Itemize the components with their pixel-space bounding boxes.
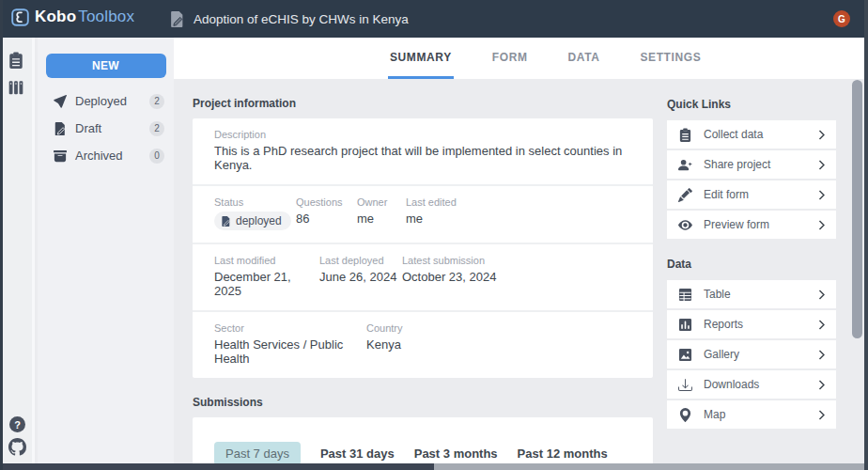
project-title: Adoption of eCHIS by CHWs in Kenya xyxy=(169,0,409,38)
sidebar-item-archived[interactable]: Archived 0 xyxy=(38,142,174,169)
reports-label: Reports xyxy=(704,318,815,331)
preview-form-link[interactable]: Preview form xyxy=(667,211,836,239)
archived-count-badge: 0 xyxy=(149,149,164,164)
edit-form-link[interactable]: Edit form xyxy=(667,180,836,209)
center-column: Project information Description This is … xyxy=(193,79,653,463)
reports-icon xyxy=(678,318,692,332)
projects-icon[interactable] xyxy=(8,52,24,69)
sector-value: Health Services / Public Health xyxy=(214,337,366,366)
country-field: Country Kenya xyxy=(366,322,403,366)
questions-field: Questions 86 xyxy=(296,196,357,230)
gallery-link[interactable]: Gallery xyxy=(667,340,836,368)
sector-country-row: Sector Health Services / Public Health C… xyxy=(193,310,653,378)
sector-label: Sector xyxy=(214,322,366,334)
chevron-right-icon xyxy=(815,289,828,301)
sidebar-item-draft[interactable]: Draft 2 xyxy=(38,115,174,142)
map-label: Map xyxy=(704,408,815,421)
sector-field: Sector Health Services / Public Health xyxy=(214,322,366,366)
tab-summary[interactable]: SUMMARY xyxy=(388,38,454,79)
description-value: This is a PhD research project that will… xyxy=(214,144,631,172)
period-past-7-days[interactable]: Past 7 days xyxy=(214,442,301,463)
deployed-status-icon xyxy=(221,216,231,227)
preview-form-icon xyxy=(678,218,692,232)
project-sidebar: NEW Deployed 2 Draft 2 Archived 0 xyxy=(38,38,174,463)
summary-content: Project information Description This is … xyxy=(174,79,868,463)
tab-settings[interactable]: SETTINGS xyxy=(638,38,703,79)
avatar[interactable]: G xyxy=(833,10,850,27)
chevron-right-icon xyxy=(815,379,828,391)
chevron-right-icon xyxy=(815,129,828,141)
status-field: Status deployed xyxy=(214,196,296,230)
collect-data-link[interactable]: Collect data xyxy=(667,120,836,149)
window-edge-left xyxy=(0,0,3,470)
library-icon[interactable] xyxy=(8,79,24,96)
submissions-heading: Submissions xyxy=(193,396,653,409)
period-past-31-days[interactable]: Past 31 days xyxy=(320,442,395,463)
chevron-right-icon xyxy=(815,319,828,331)
help-icon[interactable]: ? xyxy=(9,416,25,432)
sidebar-item-label: Deployed xyxy=(75,94,149,108)
horizontal-scrollbar[interactable] xyxy=(0,463,868,470)
last-deployed-field: Last deployed June 26, 2024 xyxy=(319,255,402,298)
share-project-link[interactable]: Share project xyxy=(667,150,836,179)
github-icon[interactable] xyxy=(8,438,26,456)
left-icon-rail: ? xyxy=(0,38,35,463)
edit-form-label: Edit form xyxy=(704,188,815,201)
draft-document-icon xyxy=(54,122,67,135)
country-label: Country xyxy=(366,322,403,334)
project-information-heading: Project information xyxy=(193,97,653,110)
map-pin-icon xyxy=(678,408,692,422)
gallery-icon xyxy=(678,348,692,362)
kobo-logo-icon xyxy=(11,8,29,26)
project-title-text: Adoption of eCHIS by CHWs in Kenya xyxy=(194,12,409,26)
description-label: Description xyxy=(214,129,631,140)
tab-data[interactable]: DATA xyxy=(566,38,602,79)
draft-count-badge: 2 xyxy=(149,121,164,136)
horizontal-scrollbar-thumb[interactable] xyxy=(0,463,434,470)
kobotoolbox-logo[interactable]: Kobo Toolbox xyxy=(11,8,134,26)
new-project-button[interactable]: NEW xyxy=(46,54,166,78)
period-past-12-months[interactable]: Past 12 months xyxy=(518,442,608,463)
owner-field: Owner me xyxy=(357,196,406,230)
last-edited-field: Last edited me xyxy=(406,196,457,230)
collect-data-label: Collect data xyxy=(704,128,815,141)
right-column: Quick Links Collect data Share project xyxy=(667,79,836,431)
main-area: SUMMARY FORM DATA SETTINGS Project infor… xyxy=(174,38,868,463)
project-document-icon xyxy=(169,11,185,27)
share-project-label: Share project xyxy=(704,158,815,171)
chevron-right-icon xyxy=(815,159,828,171)
tab-form[interactable]: FORM xyxy=(490,38,530,79)
deployed-count-badge: 2 xyxy=(149,94,164,109)
collect-data-icon xyxy=(678,128,692,142)
period-past-3-months[interactable]: Past 3 months xyxy=(414,442,498,463)
last-modified-field: Last modified December 21, 2025 xyxy=(214,255,319,298)
owner-label: Owner xyxy=(357,196,406,208)
last-edited-value: me xyxy=(406,212,457,226)
vertical-scrollbar-thumb[interactable] xyxy=(852,80,862,338)
questions-label: Questions xyxy=(296,196,357,208)
latest-submission-label: Latest submission xyxy=(402,255,496,266)
table-label: Table xyxy=(704,288,815,301)
preview-form-label: Preview form xyxy=(704,218,815,231)
chevron-right-icon xyxy=(815,349,828,361)
downloads-link[interactable]: Downloads xyxy=(667,370,836,399)
share-project-icon xyxy=(678,158,692,172)
status-label: Status xyxy=(214,196,296,208)
last-modified-label: Last modified xyxy=(214,255,319,266)
chevron-right-icon xyxy=(815,219,828,231)
data-heading: Data xyxy=(667,258,836,271)
table-icon xyxy=(678,288,692,302)
downloads-icon xyxy=(678,378,692,392)
reports-link[interactable]: Reports xyxy=(667,310,836,338)
quick-links-heading: Quick Links xyxy=(667,98,836,111)
sidebar-item-deployed[interactable]: Deployed 2 xyxy=(38,87,174,115)
sidebar-item-label: Draft xyxy=(75,121,149,135)
window-edge-right xyxy=(864,0,868,470)
table-link[interactable]: Table xyxy=(667,280,836,308)
map-link[interactable]: Map xyxy=(667,400,836,429)
status-badge: deployed xyxy=(214,212,291,230)
last-deployed-value: June 26, 2024 xyxy=(319,270,402,284)
gallery-label: Gallery xyxy=(704,348,815,361)
description-row: Description This is a PhD research proje… xyxy=(193,118,653,184)
latest-submission-value: October 23, 2024 xyxy=(402,270,496,284)
